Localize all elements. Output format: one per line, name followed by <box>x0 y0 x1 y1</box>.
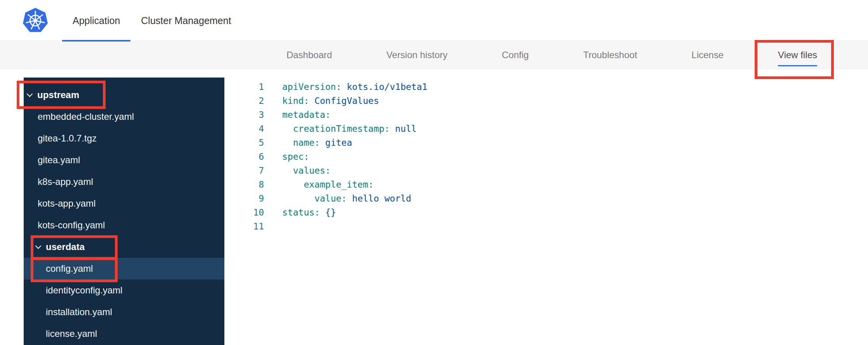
tree-item-label: config.yaml <box>46 263 93 274</box>
subnav-tab-dashboard[interactable]: Dashboard <box>286 41 332 69</box>
line-number: 9 <box>233 191 264 205</box>
subnav-tab-troubleshoot[interactable]: Troubleshoot <box>583 41 637 69</box>
tree-file-gitea-1.0.7.tgz[interactable]: gitea-1.0.7.tgz <box>24 128 224 149</box>
line-number: 3 <box>233 108 264 122</box>
tree-file-config.yaml[interactable]: config.yaml <box>24 258 224 279</box>
subnav-tab-label: Dashboard <box>286 50 332 60</box>
tree-item-label: kots-config.yaml <box>38 220 105 231</box>
line-number: 10 <box>233 205 264 219</box>
line-number: 8 <box>233 178 264 191</box>
subnav-tab-label: Config <box>502 50 529 60</box>
chevron-down-icon <box>35 243 42 249</box>
code-line: metadata: <box>282 108 427 122</box>
line-number: 2 <box>233 94 264 108</box>
tree-file-gitea.yaml[interactable]: gitea.yaml <box>24 149 224 171</box>
tree-item-label: installation.yaml <box>46 307 112 317</box>
tree-file-embedded-cluster.yaml[interactable]: embedded-cluster.yaml <box>24 106 224 128</box>
code-line: spec: <box>282 150 427 164</box>
code-content: apiVersion: kots.io/v1beta1kind: ConfigV… <box>282 80 427 345</box>
tree-item-label: gitea-1.0.7.tgz <box>38 133 97 144</box>
tree-item-label: kots-app.yaml <box>38 198 95 209</box>
subnav-tab-version-history[interactable]: Version history <box>386 41 447 69</box>
subnav-tab-label: License <box>691 50 724 60</box>
code-editor[interactable]: 1234567891011 apiVersion: kots.io/v1beta… <box>233 80 868 345</box>
tree-item-label: k8s-app.yaml <box>38 176 93 187</box>
topnav-tabs: Application Cluster Management <box>62 0 241 41</box>
code-line: creationTimestamp: null <box>282 122 427 136</box>
top-navbar: Application Cluster Management <box>0 0 868 41</box>
code-line: example_item: <box>282 178 427 191</box>
subnav-tab-license[interactable]: License <box>691 41 724 69</box>
tab-cluster-management-label: Cluster Management <box>141 15 231 26</box>
code-line: values: <box>282 164 427 178</box>
kubernetes-logo-icon <box>22 7 49 34</box>
line-number: 5 <box>233 136 264 150</box>
tree-file-license.yaml[interactable]: license.yaml <box>24 323 224 345</box>
tree-file-kots-app.yaml[interactable]: kots-app.yaml <box>24 193 224 214</box>
subnav-tab-label: Troubleshoot <box>583 50 637 60</box>
tree-item-label: gitea.yaml <box>38 155 80 166</box>
tree-file-k8s-app.yaml[interactable]: k8s-app.yaml <box>24 171 224 193</box>
tab-cluster-management[interactable]: Cluster Management <box>130 0 241 41</box>
tree-item-label: license.yaml <box>46 328 97 339</box>
tab-application[interactable]: Application <box>62 0 130 41</box>
app-subnav: DashboardVersion historyConfigTroublesho… <box>0 41 868 69</box>
subnav-tab-config[interactable]: Config <box>502 41 529 69</box>
code-line: status: {} <box>282 205 427 219</box>
tree-folder-userdata[interactable]: userdata <box>24 236 224 258</box>
kots-admin-console: Application Cluster Management Dashboard… <box>0 0 868 345</box>
line-number: 1 <box>233 80 264 94</box>
code-line <box>282 219 427 233</box>
line-number: 7 <box>233 164 264 178</box>
tree-item-label: embedded-cluster.yaml <box>38 111 134 122</box>
subnav-tab-label: View files <box>778 50 817 60</box>
editor-gutter: 1234567891011 <box>233 80 264 345</box>
tab-application-label: Application <box>73 15 120 26</box>
line-number: 6 <box>233 150 264 164</box>
chevron-down-icon <box>27 91 33 97</box>
tree-item-label: identityconfig.yaml <box>46 285 122 296</box>
code-line: apiVersion: kots.io/v1beta1 <box>282 80 427 94</box>
code-line: value: hello world <box>282 191 427 205</box>
tree-folder-upstream[interactable]: upstream <box>24 84 224 106</box>
file-tree-sidebar: upstreamembedded-cluster.yamlgitea-1.0.7… <box>24 78 224 345</box>
subnav-tab-view-files[interactable]: View files <box>778 41 817 69</box>
code-line: kind: ConfigValues <box>282 94 427 108</box>
tree-item-label: upstream <box>37 90 79 100</box>
line-number: 11 <box>233 219 264 233</box>
tree-file-installation.yaml[interactable]: installation.yaml <box>24 301 224 323</box>
line-number: 4 <box>233 122 264 136</box>
subnav-tab-label: Version history <box>386 50 447 60</box>
tree-item-label: userdata <box>46 242 85 252</box>
tree-file-kots-config.yaml[interactable]: kots-config.yaml <box>24 214 224 236</box>
tree-file-identityconfig.yaml[interactable]: identityconfig.yaml <box>24 279 224 301</box>
code-line: name: gitea <box>282 136 427 150</box>
